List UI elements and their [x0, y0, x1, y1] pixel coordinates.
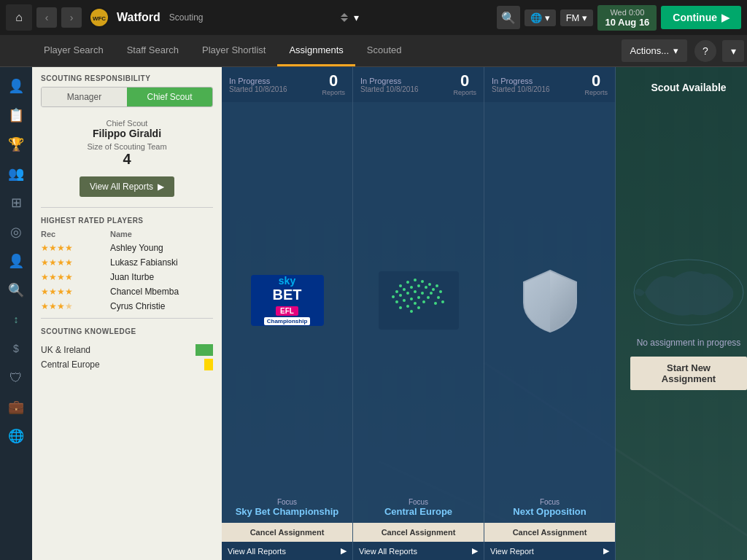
card3-focus-name: Next Opposition	[490, 506, 609, 517]
continue-icon: ▶	[721, 12, 729, 23]
sidebar-icon-transfer[interactable]: ↕	[3, 306, 29, 332]
card1-focus-name: Sky Bet Championship	[228, 506, 347, 517]
player-name: Lukasz Fabianski	[101, 255, 222, 270]
card1-reports-count: 0	[322, 73, 345, 89]
actions-button[interactable]: Actions... ▾	[622, 39, 687, 62]
table-row[interactable]: ★★★★ Lukasz Fabianski	[32, 255, 222, 270]
sidebar-icon-group[interactable]: 👥	[3, 160, 29, 187]
card2-reports-label: Reports	[453, 89, 476, 96]
left-sidebar: 👤 📋 🏆 👥 ⊞ ◎ 👤 🔍 ↕ $ 🛡 💼 🌐	[0, 67, 32, 560]
home-button[interactable]: ⌂	[6, 4, 32, 31]
time-label: Wed 0:00	[605, 8, 649, 17]
card2-focus: Focus Central Europe	[353, 498, 484, 523]
table-row[interactable]: ★★★★ Ashley Young	[32, 241, 222, 255]
card2-arrow-icon: ▶	[472, 546, 478, 556]
continue-button[interactable]: Continue ▶	[661, 6, 741, 29]
tab-staff-search[interactable]: Staff Search	[115, 35, 190, 66]
sidebar-icon-briefcase[interactable]: 💼	[3, 394, 29, 420]
tab-assignments[interactable]: Assignments	[277, 35, 355, 66]
tab-player-shortlist[interactable]: Player Shortlist	[190, 35, 277, 66]
fm-menu-button[interactable]: FM ▾	[560, 9, 594, 26]
skybet-bet-text: BET	[273, 287, 302, 303]
svg-point-18	[417, 284, 420, 287]
sidebar-icon-person2[interactable]: 👤	[3, 248, 29, 274]
svg-point-33	[406, 305, 409, 308]
svg-point-35	[417, 306, 420, 309]
tab-scouted[interactable]: Scouted	[355, 35, 414, 66]
sidebar-icon-finance[interactable]: $	[3, 335, 29, 362]
card1-cancel-button[interactable]: Cancel Assignment	[222, 523, 352, 542]
skybet-efl-text: EFL	[276, 306, 298, 316]
card1-header: In Progress Started 10/8/2016 0 Reports	[222, 67, 352, 102]
card3-image	[484, 102, 615, 498]
card2-image	[353, 102, 484, 498]
language-button[interactable]: 🌐 ▾	[525, 9, 556, 26]
svg-point-32	[399, 306, 402, 309]
card3-view-report-button[interactable]: View Report ▶	[484, 542, 615, 560]
sidebar-icon-search[interactable]: 🔍	[3, 277, 29, 303]
start-new-assignment-button[interactable]: Start New Assignment	[630, 357, 747, 390]
svg-point-27	[395, 300, 398, 303]
date-label: 10 Aug 16	[605, 17, 649, 28]
svg-point-10	[406, 281, 409, 284]
view-all-reports-button[interactable]: View All Reports ▶	[80, 176, 174, 197]
highest-rated-table: Rec Name ★★★★ Ashley Young ★★★★ Lukasz F…	[32, 228, 222, 314]
chief-scout-role-tab[interactable]: Chief Scout	[127, 88, 212, 106]
sidebar-icon-person[interactable]: 👤	[3, 73, 29, 99]
no-assignment-text: No assignment in progress	[637, 338, 741, 348]
svg-text:WFC: WFC	[93, 15, 106, 22]
scouting-knowledge-section: UK & Ireland Central Europe	[32, 338, 222, 379]
player-name: Chancel Mbemba	[101, 284, 222, 299]
svg-point-21	[392, 295, 395, 298]
table-row[interactable]: ★★★★ Cyrus Christie	[32, 299, 222, 314]
svg-point-30	[417, 296, 420, 299]
sidebar-icon-training[interactable]: ◎	[3, 219, 29, 245]
help-button[interactable]: ?	[694, 40, 716, 62]
sidebar-icon-tactics[interactable]: ⊞	[3, 190, 29, 216]
card2-focus-label: Focus	[359, 498, 478, 506]
card2-reports-badge: 0 Reports	[453, 73, 476, 96]
player-stars: ★★★★	[41, 287, 73, 297]
svg-point-17	[410, 286, 413, 289]
svg-point-28	[403, 299, 406, 302]
tab-player-search[interactable]: Player Search	[32, 35, 115, 66]
sidebar-icon-shield[interactable]: 🛡	[3, 365, 29, 391]
dropdown-button[interactable]: ▾	[354, 12, 359, 23]
sidebar-icon-clipboard[interactable]: 📋	[3, 102, 29, 128]
svg-point-23	[406, 292, 409, 295]
sidebar-icon-globe[interactable]: 🌐	[3, 423, 29, 449]
card1-focus-label: Focus	[228, 498, 347, 506]
card2-cancel-button[interactable]: Cancel Assignment	[353, 523, 484, 542]
right-panel: In Progress Started 10/8/2016 0 Reports …	[222, 67, 747, 560]
player-stars: ★★★★	[41, 257, 73, 268]
svg-point-9	[399, 284, 402, 287]
svg-point-36	[410, 310, 413, 313]
card2-view-report-button[interactable]: View All Reports ▶	[353, 542, 484, 560]
knowledge-label-uk: UK & Ireland	[41, 345, 90, 355]
continue-label: Continue	[673, 12, 717, 23]
left-panel: SCOUTING RESPONSIBILITY Manager Chief Sc…	[32, 67, 222, 560]
table-row[interactable]: ★★★★ Chancel Mbemba	[32, 284, 222, 299]
back-button[interactable]: ‹	[36, 7, 57, 28]
card3-cancel-button[interactable]: Cancel Assignment	[484, 523, 615, 542]
top-center-controls: ▾	[208, 12, 492, 23]
table-row[interactable]: ★★★★ Juan Iturbe	[32, 270, 222, 284]
global-search-button[interactable]: 🔍	[497, 6, 520, 29]
card1-started: Started 10/8/2016	[229, 85, 287, 93]
player-stars: ★★★★	[41, 272, 73, 282]
sidebar-icon-trophy[interactable]: 🏆	[3, 131, 29, 158]
svg-point-24	[414, 290, 417, 293]
knowledge-bar-uk	[196, 344, 213, 356]
forward-button[interactable]: ›	[61, 7, 82, 28]
svg-point-20	[430, 292, 433, 295]
card1-reports-label: Reports	[322, 89, 345, 96]
card3-reports-count: 0	[584, 73, 608, 89]
card1-view-report-button[interactable]: View All Reports ▶	[222, 542, 352, 560]
knowledge-label-europe: Central Europe	[41, 359, 100, 370]
svg-point-37	[436, 284, 438, 287]
scroll-control[interactable]	[341, 13, 348, 22]
manager-role-tab[interactable]: Manager	[42, 88, 127, 106]
more-button[interactable]: ▾	[722, 40, 744, 62]
scouting-knowledge-label: SCOUTING KNOWLEDGE	[32, 323, 222, 338]
svg-point-41	[434, 302, 437, 305]
